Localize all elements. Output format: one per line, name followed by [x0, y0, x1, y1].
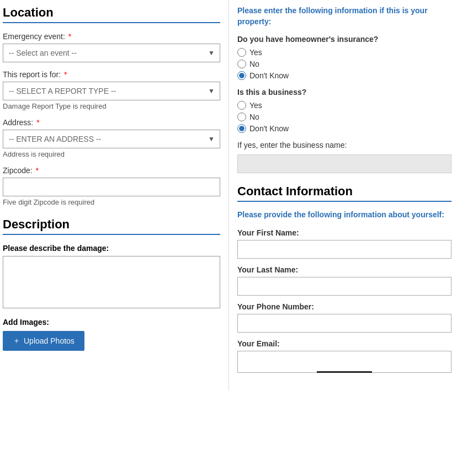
description-title: Description	[3, 217, 220, 232]
zipcode-input[interactable]	[3, 178, 220, 196]
homeowner-dontknow-label: Don't Know	[249, 71, 289, 80]
zipcode-group: Zipcode: * Five digit Zipcode is require…	[3, 166, 220, 206]
location-title: Location	[3, 6, 220, 20]
zipcode-label: Zipcode: *	[3, 166, 220, 175]
business-yes-radio[interactable]	[237, 101, 246, 110]
description-divider	[3, 234, 220, 235]
business-name-input[interactable]	[237, 154, 451, 173]
contact-divider	[237, 201, 451, 202]
emergency-event-label: Emergency event: *	[3, 32, 220, 41]
business-group: Is this a business? Yes No Don't Know	[237, 88, 451, 133]
property-info-text: Please enter the following information i…	[237, 6, 451, 27]
report-type-label: This report is for: *	[3, 70, 220, 79]
homeowner-insurance-group: Do you have homeowner's insurance? Yes N…	[237, 35, 451, 80]
homeowner-no-radio[interactable]	[237, 60, 246, 68]
phone-input[interactable]	[237, 314, 451, 333]
last-name-group: Your Last Name:	[237, 265, 451, 296]
contact-info-text: Please provide the following information…	[237, 210, 451, 221]
email-label: Your Email:	[237, 339, 451, 348]
email-input[interactable]	[237, 351, 451, 373]
damage-label: Please describe the damage:	[3, 244, 220, 253]
emergency-event-select-wrapper: -- Select an event -- ▼	[3, 44, 220, 62]
address-select[interactable]: -- ENTER AN ADDRESS --	[3, 130, 220, 148]
homeowner-yes-label: Yes	[249, 48, 262, 57]
add-images-group: Add Images: ＋ Upload Photos	[3, 318, 220, 351]
address-group: Address: * -- ENTER AN ADDRESS -- ▼ Addr…	[3, 118, 220, 158]
business-dontknow-option[interactable]: Don't Know	[237, 124, 451, 133]
first-name-group: Your First Name:	[237, 228, 451, 259]
phone-label: Your Phone Number:	[237, 302, 451, 311]
homeowner-no-label: No	[249, 60, 259, 68]
emergency-event-group: Emergency event: * -- Select an event --…	[3, 32, 220, 62]
add-images-label: Add Images:	[3, 318, 220, 327]
homeowner-no-option[interactable]: No	[237, 60, 451, 68]
report-type-error: Damage Report Type is required	[3, 102, 220, 110]
business-dontknow-label: Don't Know	[249, 124, 289, 133]
address-error: Address is required	[3, 150, 220, 158]
first-name-input[interactable]	[237, 240, 451, 259]
business-yes-option[interactable]: Yes	[237, 101, 451, 110]
contact-title: Contact Information	[237, 184, 451, 199]
upload-photos-button[interactable]: ＋ Upload Photos	[3, 331, 84, 351]
left-column: Location Emergency event: * -- Select an…	[0, 0, 229, 391]
email-input-wrapper	[237, 351, 451, 373]
report-type-select-wrapper: -- SELECT A REPORT TYPE -- ▼	[3, 82, 220, 100]
first-name-label: Your First Name:	[237, 228, 451, 237]
upload-photos-label: Upload Photos	[24, 336, 75, 345]
emergency-event-select[interactable]: -- Select an event --	[3, 44, 220, 62]
last-name-input[interactable]	[237, 277, 451, 296]
homeowner-dontknow-radio[interactable]	[237, 71, 246, 80]
zipcode-required-star: *	[36, 166, 39, 175]
last-name-label: Your Last Name:	[237, 265, 451, 274]
damage-textarea[interactable]	[3, 256, 220, 308]
report-type-group: This report is for: * -- SELECT A REPORT…	[3, 70, 220, 110]
business-dontknow-radio[interactable]	[237, 124, 246, 133]
homeowner-question: Do you have homeowner's insurance?	[237, 35, 451, 44]
business-no-radio[interactable]	[237, 113, 246, 121]
zipcode-error: Five digit Zipcode is required	[3, 198, 220, 206]
report-type-required-star: *	[64, 70, 67, 79]
email-underline	[317, 371, 372, 373]
plus-icon: ＋	[13, 336, 20, 346]
right-column: Please enter the following information i…	[229, 0, 457, 391]
business-yes-label: Yes	[249, 101, 262, 110]
business-name-label: If yes, enter the business name:	[237, 141, 451, 149]
business-no-option[interactable]: No	[237, 113, 451, 121]
address-required-star: *	[36, 118, 39, 127]
location-divider	[3, 22, 220, 23]
business-name-group: If yes, enter the business name:	[237, 141, 451, 173]
business-question: Is this a business?	[237, 88, 451, 97]
business-no-label: No	[249, 113, 259, 121]
damage-description-group: Please describe the damage:	[3, 244, 220, 310]
email-group: Your Email:	[237, 339, 451, 373]
phone-group: Your Phone Number:	[237, 302, 451, 333]
required-star: *	[68, 32, 71, 41]
address-select-wrapper: -- ENTER AN ADDRESS -- ▼	[3, 130, 220, 148]
homeowner-yes-radio[interactable]	[237, 48, 246, 57]
address-label: Address: *	[3, 118, 220, 127]
homeowner-dontknow-option[interactable]: Don't Know	[237, 71, 451, 80]
homeowner-yes-option[interactable]: Yes	[237, 48, 451, 57]
report-type-select[interactable]: -- SELECT A REPORT TYPE --	[3, 82, 220, 100]
